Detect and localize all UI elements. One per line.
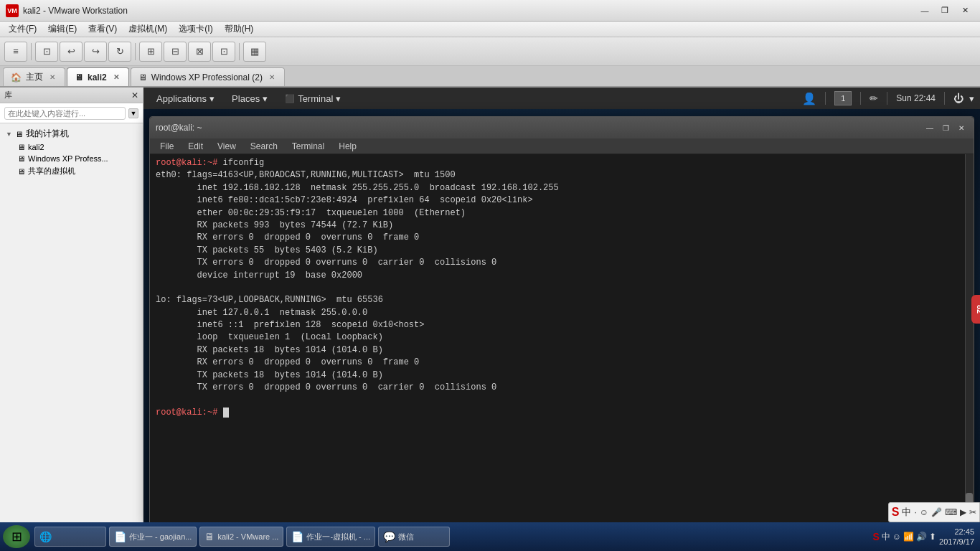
input-method-label: S	[892, 506, 900, 519]
input-method-icon3[interactable]: ⌨	[945, 507, 957, 517]
terminal-window[interactable]: root@kali: ~ — ❒ ✕ File Edit View Search…	[149, 116, 974, 525]
tb-btn-2[interactable]: ⊡	[35, 42, 58, 62]
term-line-5: RX packets 993 bytes 74544 (72.7 KiB)	[156, 220, 968, 232]
doc-icon-1: 📄	[114, 531, 126, 542]
input-method-icon2[interactable]: 🎤	[931, 507, 942, 517]
term-line-18: TX errors 0 dropped 0 overruns 0 carrier…	[156, 382, 968, 394]
tree-item-shared[interactable]: 🖥 共享的虚拟机	[14, 164, 140, 178]
terminal-menubar: File Edit View Search Terminal Help	[150, 138, 974, 154]
input-method-chinese[interactable]: 中	[902, 506, 911, 519]
term-line-14: loop txqueuelen 1 (Local Loopback)	[156, 331, 968, 344]
terminal-close-btn[interactable]: ✕	[955, 121, 968, 134]
tb-btn-9[interactable]: ⊡	[212, 42, 235, 62]
menu-edit[interactable]: 编辑(E)	[42, 22, 83, 37]
tmenu-search[interactable]: Search	[245, 140, 283, 153]
right-sidebar-widget[interactable]: 82	[971, 295, 980, 324]
tb-btn-1[interactable]: ≡	[4, 42, 27, 62]
input-method-dot: ·	[914, 507, 916, 517]
tree-root-label: 我的计算机	[26, 128, 69, 140]
sidebar-search-arrow[interactable]: ▼	[128, 108, 138, 118]
power-arrow: ▾	[969, 93, 974, 104]
window-title: kali2 - VMware Workstation	[23, 6, 128, 16]
terminal-scrollbar[interactable]	[965, 154, 974, 524]
tb-btn-10[interactable]: ▦	[243, 42, 266, 62]
tab-home-label: 主页	[26, 71, 43, 83]
taskbar-ie[interactable]: 🌐	[34, 527, 106, 547]
taskbar-homework1[interactable]: 📄 作业一 - gaojian...	[109, 527, 197, 547]
applications-label: Applications	[156, 93, 207, 104]
terminal-body[interactable]: root@kali:~# ifconfig eth0: flags=4163<U…	[150, 154, 974, 524]
terminal-minimize-btn[interactable]: —	[923, 121, 936, 134]
term-line-10	[156, 282, 968, 294]
workspace-btn[interactable]: 1	[834, 91, 852, 105]
tree-children: 🖥 kali2 🖥 Windows XP Profess... 🖥 共享的虚拟机	[3, 141, 140, 178]
tab-winxp[interactable]: 🖥 Windows XP Professional (2) ✕	[131, 67, 285, 86]
input-method-icon5[interactable]: ✂	[969, 507, 976, 517]
sidebar-close-icon[interactable]: ✕	[131, 90, 138, 100]
taskbar-kali2-vm[interactable]: 🖥 kali2 - VMware ...	[199, 527, 283, 547]
tmenu-edit[interactable]: Edit	[182, 140, 209, 153]
kali-desktop[interactable]: Applications ▾ Places ▾ ⬛ Terminal ▾ 👤 1…	[143, 88, 980, 531]
vm-display[interactable]: Applications ▾ Places ▾ ⬛ Terminal ▾ 👤 1…	[143, 88, 980, 531]
tree-item-winxp[interactable]: 🖥 Windows XP Profess...	[14, 153, 140, 164]
term-line-1: eth0: flags=4163<UP,BROADCAST,RUNNING,MU…	[156, 169, 968, 182]
start-button[interactable]: ⊞	[3, 525, 30, 548]
tb-btn-5[interactable]: ↻	[108, 42, 131, 62]
tb-btn-4[interactable]: ↪	[84, 42, 107, 62]
tab-kali2[interactable]: 🖥 kali2 ✕	[67, 67, 129, 86]
sidebar-search-input[interactable]	[4, 107, 126, 120]
menu-file[interactable]: 文件(F)	[3, 22, 42, 37]
term-line-4: ether 00:0c:29:35:f9:17 txqueuelen 1000 …	[156, 207, 968, 220]
applications-menu[interactable]: Applications ▾	[149, 92, 222, 105]
winxp-icon: 🖥	[17, 154, 25, 163]
system-tray: S 中 ☺ 📶 🔊 ⬆	[872, 531, 936, 543]
sidebar-search-area: ▼	[0, 103, 143, 123]
places-menu[interactable]: Places ▾	[225, 92, 275, 105]
tmenu-terminal[interactable]: Terminal	[286, 140, 330, 153]
tb-btn-7[interactable]: ⊟	[164, 42, 187, 62]
term-line-20: root@kali:~#	[156, 407, 968, 419]
close-button[interactable]: ✕	[956, 4, 974, 18]
expand-icon: ▼	[6, 131, 12, 138]
menu-vm[interactable]: 虚拟机(M)	[123, 22, 173, 37]
taskbar-homework1-label: 作业一 - gaojian...	[129, 532, 192, 542]
panel-pencil-icon: ✏	[870, 93, 878, 104]
menu-view[interactable]: 查看(V)	[83, 22, 123, 37]
restore-button[interactable]: ❒	[936, 4, 954, 18]
minimize-button[interactable]: —	[915, 4, 934, 18]
panel-time: Sun 22:44	[896, 93, 936, 103]
tb-sep-1	[31, 43, 32, 60]
input-method-icon4[interactable]: ▶	[960, 507, 966, 517]
tmenu-help[interactable]: Help	[333, 140, 362, 153]
tmenu-view[interactable]: View	[212, 140, 242, 153]
prompt-end: root@kali:~#	[156, 408, 217, 418]
tb-sep-3	[239, 43, 240, 60]
tree-item-kali2[interactable]: 🖥 kali2	[14, 141, 140, 153]
term-line-19	[156, 394, 968, 406]
power-icon[interactable]: ⏻	[953, 93, 963, 104]
tab-winxp-close[interactable]: ✕	[267, 72, 277, 83]
sidebar-header: 库 ✕	[0, 88, 143, 103]
panel-right: 👤 1 ✏ Sun 22:44 ⏻ ▾	[802, 91, 974, 105]
tb-btn-6[interactable]: ⊞	[139, 42, 162, 62]
menu-tabs[interactable]: 选项卡(I)	[173, 22, 218, 37]
tab-home[interactable]: 🏠 主页 ✕	[3, 67, 65, 86]
tmenu-file[interactable]: File	[154, 140, 179, 153]
tree-winxp-label: Windows XP Profess...	[28, 154, 108, 163]
tb-btn-3[interactable]: ↩	[60, 42, 83, 62]
terminal-label: Terminal	[298, 93, 333, 104]
taskbar-wechat[interactable]: 💬 微信	[378, 527, 450, 547]
tab-home-close[interactable]: ✕	[47, 72, 57, 83]
kali2-tab-icon: 🖥	[75, 72, 83, 83]
menu-help[interactable]: 帮助(H)	[219, 22, 260, 37]
taskbar-homework2[interactable]: 📄 作业一-虚拟机 - ...	[286, 527, 375, 547]
terminal-menu[interactable]: ⬛ Terminal ▾	[278, 92, 348, 105]
tb-btn-8[interactable]: ⊠	[188, 42, 211, 62]
input-method-icon1[interactable]: ☺	[920, 507, 928, 517]
terminal-maximize-btn[interactable]: ❒	[939, 121, 952, 134]
places-label: Places	[232, 93, 260, 104]
tree-item-my-computer[interactable]: ▼ 🖥 我的计算机	[3, 126, 140, 141]
tb-sep-2	[135, 43, 136, 60]
vmware-logo: VM	[6, 4, 19, 17]
tab-kali2-close[interactable]: ✕	[111, 72, 121, 83]
